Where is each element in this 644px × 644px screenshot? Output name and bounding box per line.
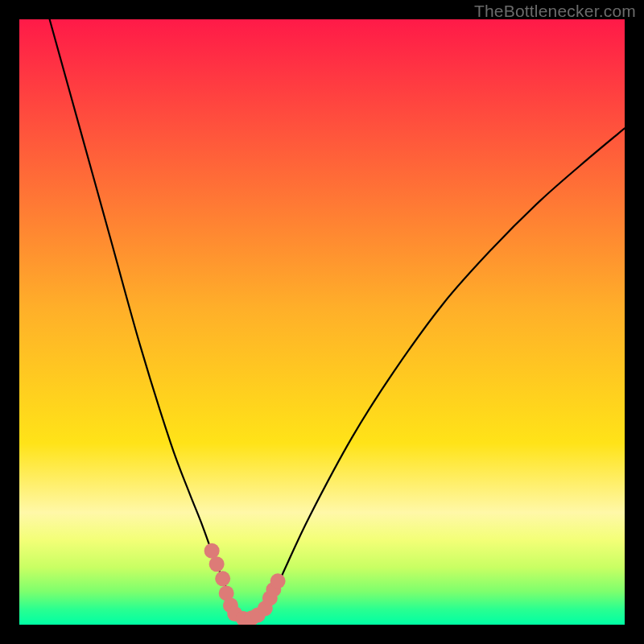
data-marker (209, 556, 225, 572)
data-marker (204, 543, 220, 559)
watermark-text: TheBottlenecker.com (474, 2, 636, 21)
data-marker (215, 571, 230, 586)
bottleneck-chart (19, 19, 625, 625)
gradient-background (19, 19, 625, 625)
data-marker (270, 573, 286, 588)
chart-frame: TheBottlenecker.com (0, 0, 644, 644)
